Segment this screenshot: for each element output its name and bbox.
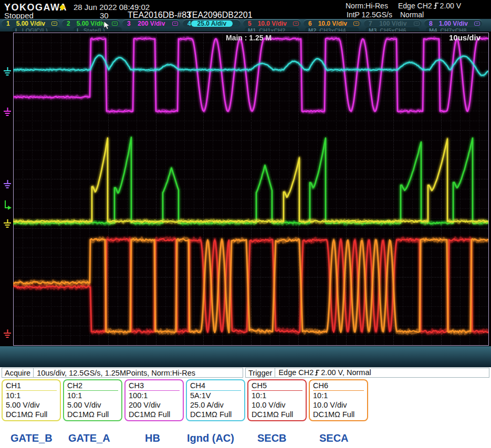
trigger-mode-readout: Normal	[400, 10, 424, 19]
probe-coupling-icon: ~	[172, 22, 178, 26]
channel-scale: 25.0 A/div	[191, 20, 233, 27]
channel-panel-ch1[interactable]: CH110:15.00 V/divDC1MΩ Full	[2, 379, 61, 421]
probe-ratio: 5A:1V	[190, 391, 241, 400]
trigger-level: 2.00 V	[440, 2, 461, 10]
channel-number: 5	[248, 20, 252, 27]
probe-coupling-icon: ~	[112, 22, 118, 26]
trigger-bar-level-mode: 2.00 V, Normal	[321, 368, 371, 377]
channel-number: 6	[308, 20, 312, 27]
channel-badge-5[interactable]: 510.0 V/div~	[243, 19, 301, 27]
channel-badge-strip: 15.00 V/div~25.00 V/div~3200 V/div~425.0…	[0, 19, 491, 33]
channel-panel-title: CH5	[252, 381, 302, 391]
probe-coupling-icon: ~	[474, 22, 480, 26]
channel-panel-ch6[interactable]: CH610:110.0 V/divDC1MΩ Full	[309, 379, 368, 421]
coupling: DC1MΩ Full	[190, 410, 241, 419]
oscilloscope-screen: YOKOGAWA ◆ 28 Jun 2022 08:49:02 Stopped …	[0, 0, 491, 448]
trigger-bar-label: Trigger	[246, 368, 275, 377]
probe-ratio: 10:1	[252, 391, 302, 400]
record-length-readout: Main : 1.25 M	[226, 34, 271, 42]
probe-ratio: 100:1	[129, 391, 180, 400]
signal-label-gate-b: GATE_B	[11, 432, 53, 444]
channel-badge-1[interactable]: 15.00 V/div~	[2, 19, 59, 27]
signal-label-hb: HB	[145, 432, 160, 444]
acquire-mode-readout: Norm:Hi-Res	[346, 2, 388, 10]
signal-label-ignd-ac: Ignd (AC)	[187, 432, 234, 444]
trigger-bar[interactable]: Trigger Edge CH22.00 V, Normal	[245, 368, 489, 378]
channel-panel-title: CH4	[190, 381, 241, 391]
rising-edge-icon	[433, 2, 439, 11]
probe-coupling-icon: ~	[233, 22, 238, 26]
acquire-bar[interactable]: Acquire 10us/div, 12.5GS/s, 1.25MPoints,…	[2, 368, 243, 378]
channel-scale: 1.00 V/div	[433, 20, 474, 27]
channel-scale: 200 V/div	[131, 20, 172, 27]
signal-label-gate-a: GATE_A	[68, 432, 110, 444]
channel-badge-8[interactable]: 81.00 V/div~	[424, 19, 482, 27]
vertical-scale: 10.0 V/div	[252, 400, 302, 410]
brand-diamond-icon: ◆	[59, 2, 66, 12]
vertical-scale: 5.00 V/div	[6, 400, 57, 410]
trigger-bar-source: Edge CH2	[278, 368, 314, 377]
channel-panel-ch4[interactable]: CH45A:1V25.0 A/divDC1MΩ Full	[186, 379, 245, 421]
vertical-scale: 10.0 V/div	[313, 400, 364, 410]
channel-scale: 5.00 V/div	[10, 20, 51, 27]
bottom-info-panel: Acquire 10us/div, 12.5GS/s, 1.25MPoints,…	[0, 367, 491, 448]
coupling: DC1MΩ Full	[129, 410, 180, 419]
coupling: DC1MΩ Full	[67, 410, 118, 419]
signal-label-seca: SECA	[319, 432, 349, 444]
channel-badge-6[interactable]: 610.0 V/div~	[304, 19, 361, 27]
channel-number: 2	[67, 20, 70, 27]
probe-ratio: 10:1	[6, 391, 57, 400]
scope-display-area: YOKOGAWA ◆ 28 Jun 2022 08:49:02 Stopped …	[0, 0, 491, 367]
channel-panel-title: CH6	[313, 381, 364, 391]
channel-number: 7	[369, 20, 372, 27]
waveform-canvas[interactable]	[0, 31, 491, 346]
channel-badge-4[interactable]: 425.0 A/div~	[183, 19, 241, 27]
rising-edge-icon	[315, 369, 320, 378]
trigger-bar-text: Edge CH22.00 V, Normal	[275, 368, 374, 378]
interpolation-readout: IntP 12.5GS/s	[347, 10, 392, 19]
channel-number: 3	[127, 20, 131, 27]
vertical-scale: 5.00 V/div	[67, 400, 118, 410]
channel-badge-7[interactable]: 7100 V/div~	[364, 19, 422, 27]
channel-scale: 100 V/div	[372, 20, 414, 27]
vertical-scale: 200 V/div	[129, 400, 180, 410]
probe-coupling-icon: ~	[293, 22, 299, 26]
trigger-summary: Edge CH22.00 V	[398, 2, 461, 11]
probe-coupling-icon: ~	[353, 22, 359, 26]
channel-scale: 10.0 V/div	[312, 20, 353, 27]
channel-badge-3[interactable]: 3200 V/div~	[122, 19, 180, 27]
probe-ratio: 10:1	[67, 391, 118, 400]
acquire-bar-label: Acquire	[2, 368, 34, 377]
channel-badge-2[interactable]: 25.00 V/div~	[62, 19, 120, 27]
coupling: DC1MΩ Full	[313, 410, 364, 419]
lower-gradient-band	[0, 346, 491, 367]
probe-coupling-icon: ~	[414, 22, 420, 26]
probe-ratio: 10:1	[313, 391, 364, 400]
channel-panel-title: CH1	[6, 381, 57, 391]
timebase-readout: 10us/div	[449, 33, 480, 42]
trigger-source: Edge CH2	[398, 2, 432, 10]
channel-panel-title: CH3	[129, 381, 180, 391]
channel-panel-ch5[interactable]: CH510:110.0 V/divDC1MΩ Full	[247, 379, 307, 421]
channel-panel-ch3[interactable]: CH3100:1200 V/divDC1MΩ Full	[124, 379, 184, 421]
channel-panel-ch2[interactable]: CH210:15.00 V/divDC1MΩ Full	[63, 379, 122, 421]
acquire-bar-text: 10us/div, 12.5GS/s, 1.25MPoints, Norm:Hi…	[34, 369, 199, 377]
vertical-scale: 25.0 A/div	[190, 400, 241, 410]
channel-scale: 10.0 V/div	[252, 20, 293, 27]
coupling: DC1MΩ Full	[6, 410, 57, 419]
channel-panel-title: CH2	[67, 381, 118, 391]
mouse-cursor-icon	[103, 21, 110, 30]
coupling: DC1MΩ Full	[252, 410, 302, 419]
probe-coupling-icon: ~	[51, 22, 57, 26]
signal-label-secb: SECB	[257, 432, 287, 444]
channel-number: 4	[187, 20, 191, 27]
channel-number: 1	[6, 20, 10, 27]
channel-number: 8	[429, 20, 433, 27]
